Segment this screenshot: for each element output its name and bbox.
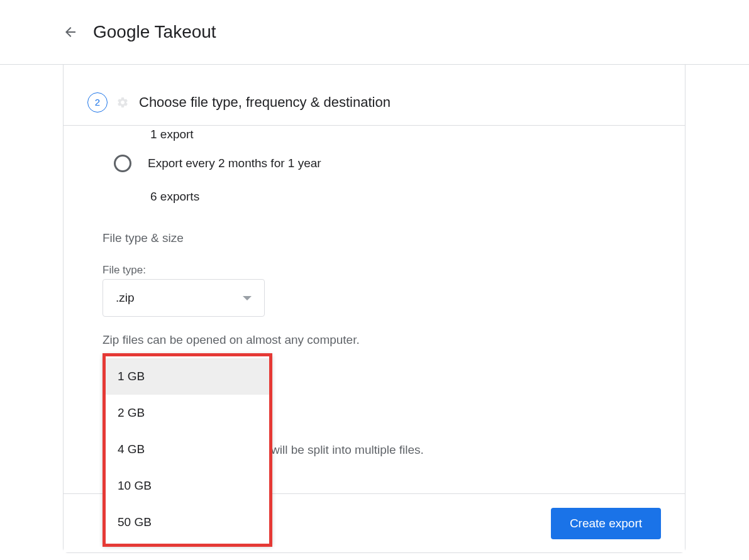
filetype-label: File type: xyxy=(103,264,146,277)
size-dropdown-menu: 1 GB 2 GB 4 GB 10 GB 50 GB xyxy=(103,353,272,546)
size-option-2gb[interactable]: 2 GB xyxy=(103,395,272,431)
frequency-option2-row[interactable]: Export every 2 months for 1 year xyxy=(114,155,321,172)
step-title: Choose file type, frequency & destinatio… xyxy=(139,94,391,111)
frequency-option1-sub: 1 export xyxy=(150,128,194,141)
filetype-section-heading: File type & size xyxy=(103,231,184,245)
size-option-10gb[interactable]: 10 GB xyxy=(103,468,272,504)
top-bar: Google Takeout xyxy=(0,0,749,65)
filetype-helper: Zip files can be opened on almost any co… xyxy=(103,333,360,347)
chevron-down-icon xyxy=(243,296,252,300)
content-card: When your files are ready, you'll get an… xyxy=(63,0,685,553)
size-helper-tail: will be split into multiple files. xyxy=(271,443,424,457)
gear-icon xyxy=(114,94,131,111)
filetype-select-value: .zip xyxy=(116,291,135,305)
filetype-select[interactable]: .zip xyxy=(103,279,265,317)
page-title: Google Takeout xyxy=(93,22,216,42)
frequency-option2-sub: 6 exports xyxy=(150,190,199,204)
size-option-4gb[interactable]: 4 GB xyxy=(103,431,272,468)
size-option-1gb[interactable]: 1 GB xyxy=(103,358,272,395)
radio-unchecked-icon[interactable] xyxy=(114,155,131,172)
step-number-badge: 2 xyxy=(87,92,108,113)
body-area: 1 export Export every 2 months for 1 yea… xyxy=(64,126,685,552)
back-arrow-icon[interactable] xyxy=(63,25,78,40)
frequency-option2-label: Export every 2 months for 1 year xyxy=(148,156,321,170)
step-header: 2 Choose file type, frequency & destinat… xyxy=(64,79,685,126)
size-option-50gb[interactable]: 50 GB xyxy=(103,504,272,541)
create-export-button[interactable]: Create export xyxy=(551,508,661,539)
